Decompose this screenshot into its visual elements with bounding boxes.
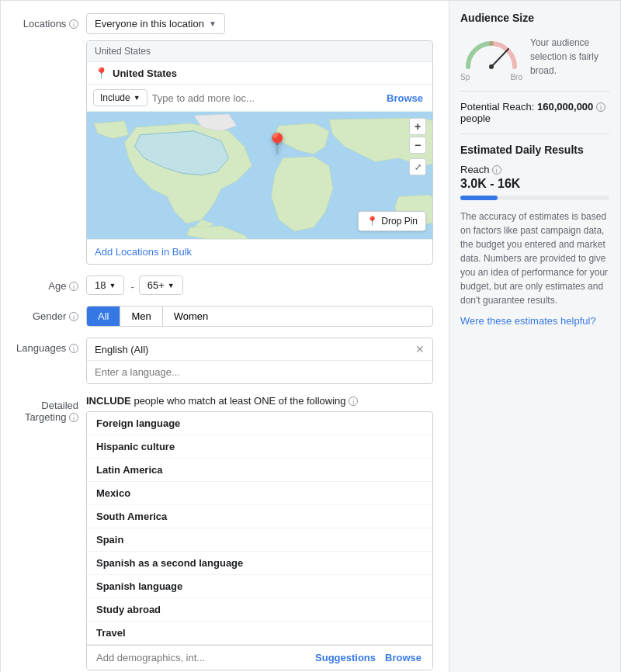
age-row: Age i 18 ▼ - 65+ ▼ [16, 275, 433, 295]
svg-line-1 [491, 49, 508, 67]
helpful-link[interactable]: Were these estimates helpful? [460, 315, 596, 327]
location-country-header: United States [87, 41, 432, 62]
reach-bar-fill [460, 196, 498, 200]
gender-women-button[interactable]: Women [163, 307, 220, 326]
right-panel: Audience Size Sp Bro Your audi [449, 1, 620, 672]
language-box: English (All) ✕ [86, 338, 433, 384]
map-container: 📍 + − ⤢ 📍 Drop Pin [87, 112, 432, 240]
selected-country-name: United States [113, 68, 177, 79]
accuracy-text: The accuracy of estimates is based on fa… [460, 210, 609, 307]
targeting-search-row: Suggestions Browse [87, 645, 432, 670]
gauge-high-label: Bro [510, 73, 522, 81]
potential-reach-label: Potential Reach: [460, 101, 534, 113]
gender-button-group: All Men Women [86, 306, 433, 327]
languages-row: Languages i English (All) ✕ [16, 338, 433, 384]
targeting-content: INCLUDE people who match at least ONE of… [86, 395, 433, 672]
reach-label-text: Reach [460, 164, 490, 175]
gender-label: Gender i [16, 306, 86, 322]
targeting-item-7: Spanish language [87, 575, 432, 598]
gauge-container: Sp Bro Your audience selection is fairly… [460, 32, 609, 81]
language-search-input[interactable] [87, 361, 432, 383]
languages-content: English (All) ✕ [86, 338, 433, 384]
gender-all-button[interactable]: All [87, 307, 120, 326]
svg-point-2 [489, 64, 494, 69]
location-include-row: Include ▼ Browse [87, 85, 432, 112]
gender-label-text: Gender [33, 310, 66, 322]
location-dropdown-arrow: ▼ [209, 19, 217, 28]
map-zoom-in-button[interactable]: + [409, 118, 426, 135]
location-selected-item: 📍 United States [87, 62, 432, 85]
targeting-header-info-icon[interactable]: i [349, 397, 358, 406]
targeting-item-9: Travel [87, 622, 432, 645]
audience-description: Your audience selection is fairly broad. [530, 36, 609, 78]
targeting-item-8: Study abroad [87, 598, 432, 622]
potential-reach-people: people [460, 113, 491, 124]
pin-icon: 📍 [366, 216, 378, 227]
gender-men-button[interactable]: Men [120, 307, 162, 326]
targeting-item-3: Mexico [87, 482, 432, 505]
location-pin-icon: 📍 [95, 67, 108, 79]
targeting-item-0: Foreign language [87, 412, 432, 435]
include-dropdown[interactable]: Include ▼ [93, 89, 147, 106]
targeting-search-input[interactable] [93, 646, 310, 670]
targeting-header: INCLUDE people who match at least ONE of… [86, 395, 433, 407]
age-min-value: 18 [95, 279, 106, 291]
map-zoom-out-button[interactable]: − [409, 137, 426, 154]
locations-row: Locations i Everyone in this location ▼ … [16, 13, 433, 265]
language-remove-button[interactable]: ✕ [415, 343, 425, 355]
locations-info-icon[interactable]: i [69, 19, 78, 29]
reach-label-row: Reach i [460, 164, 609, 175]
gauge-chart: Sp Bro [460, 32, 522, 81]
drop-pin-label: Drop Pin [381, 216, 418, 227]
potential-reach-info-icon[interactable]: i [596, 102, 605, 112]
drop-pin-button[interactable]: 📍 Drop Pin [358, 211, 426, 231]
targeting-item-6: Spanish as a second language [87, 552, 432, 575]
reach-info-icon[interactable]: i [492, 165, 501, 175]
language-selected-tag: English (All) ✕ [87, 338, 432, 361]
add-bulk-link[interactable]: Add Locations in Bulk [87, 240, 432, 264]
reach-value: 3.0K - 16K [460, 177, 609, 191]
map-controls: + − ⤢ [409, 118, 426, 175]
location-type-value: Everyone in this location [95, 18, 204, 29]
language-selected-text: English (All) [95, 344, 148, 355]
divider-1 [460, 91, 609, 92]
languages-info-icon[interactable]: i [69, 344, 78, 353]
include-label: Include [100, 92, 130, 103]
targeting-item-5: Spain [87, 528, 432, 552]
map-fullscreen-button[interactable]: ⤢ [409, 158, 426, 175]
targeting-browse-button[interactable]: Browse [380, 652, 426, 663]
age-content: 18 ▼ - 65+ ▼ [86, 275, 433, 295]
age-min-dropdown[interactable]: 18 ▼ [86, 275, 124, 295]
age-label: Age i [16, 275, 86, 292]
locations-label-text: Locations [23, 18, 67, 29]
gender-row: Gender i All Men Women [16, 306, 433, 327]
locations-label: Locations i [16, 13, 86, 29]
age-info-icon[interactable]: i [69, 282, 78, 291]
audience-size-title: Audience Size [460, 12, 609, 24]
map-marker: 📍 [265, 132, 290, 156]
gender-content: All Men Women [86, 306, 433, 327]
targeting-item-2: Latin America [87, 459, 432, 482]
age-max-arrow: ▼ [168, 282, 175, 289]
targeting-header-text: people who match at least ONE of the fol… [134, 395, 349, 407]
left-panel: Locations i Everyone in this location ▼ … [1, 1, 449, 672]
gauge-svg [460, 32, 522, 71]
targeting-suggestions-button[interactable]: Suggestions [310, 652, 380, 663]
gender-info-icon[interactable]: i [69, 312, 78, 321]
include-arrow-icon: ▼ [134, 94, 141, 102]
targeting-item-4: South America [87, 505, 432, 528]
gauge-low-label: Sp [460, 73, 470, 81]
detailed-targeting-label: Detailed Targeting i [16, 395, 86, 423]
location-search-input[interactable] [152, 92, 379, 104]
targeting-item-1: Hispanic culture [87, 435, 432, 459]
potential-reach-value: 160,000,000 [537, 101, 593, 113]
age-max-dropdown[interactable]: 65+ ▼ [139, 275, 183, 295]
detailed-targeting-row: Detailed Targeting i INCLUDE people who … [16, 395, 433, 672]
targeting-list-box: Foreign language Hispanic culture Latin … [86, 411, 433, 670]
divider-2 [460, 133, 609, 134]
targeting-header-include: INCLUDE [86, 395, 131, 407]
location-type-dropdown[interactable]: Everyone in this location ▼ [86, 13, 225, 34]
age-dash: - [130, 278, 134, 293]
location-browse-button[interactable]: Browse [383, 92, 426, 104]
detailed-targeting-info-icon[interactable]: i [69, 413, 78, 422]
